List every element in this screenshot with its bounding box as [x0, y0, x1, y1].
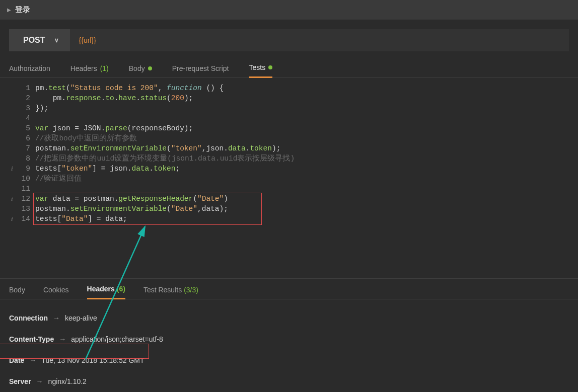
tab-resp-body[interactable]: Body [9, 286, 25, 299]
arrow-icon: → [36, 377, 43, 385]
arrow-icon: → [53, 314, 60, 322]
title-bar: ▶ 登录 [0, 0, 578, 20]
editor-gutter: 1 2 3 4 5 6 7 8 9 10 11 12 13 14 [0, 83, 35, 278]
code-editor[interactable]: 1 2 3 4 5 6 7 8 9 10 11 12 13 14 pm.test… [0, 78, 578, 278]
chevron-down-icon: ∨ [54, 37, 59, 44]
dot-icon [148, 66, 152, 70]
headers-count-badge: (1) [100, 64, 109, 72]
tab-tests[interactable]: Tests [249, 63, 273, 78]
header-row: Date→Tue, 13 Nov 2018 15:18:52 GMT [9, 350, 569, 371]
tab-body[interactable]: Body [129, 64, 152, 77]
header-row: Connection→keep-alive [9, 307, 569, 329]
method-select[interactable]: POST ∨ [9, 29, 70, 51]
tab-prerequest[interactable]: Pre-request Script [172, 64, 229, 77]
header-row: Content-Type→application/json;charset=ut… [9, 329, 569, 350]
request-name: 登录 [15, 5, 30, 15]
arrow-icon: → [29, 356, 36, 364]
editor-code[interactable]: pm.test("Status code is 200", function (… [35, 83, 578, 278]
method-value: POST [23, 36, 45, 45]
tab-resp-testresults[interactable]: Test Results(3/3) [143, 286, 198, 299]
header-row: Server→nginx/1.10.2 [9, 371, 569, 392]
request-tabs: Authorization Headers (1) Body Pre-reque… [0, 51, 578, 78]
request-bar: POST ∨ {{url}} [9, 29, 569, 51]
url-value: {{url}} [79, 36, 96, 44]
url-input[interactable]: {{url}} [70, 29, 569, 51]
response-tabs: Body Cookies Headers(6) Test Results(3/3… [0, 278, 578, 299]
dot-icon [268, 65, 272, 69]
collapse-icon[interactable]: ▶ [7, 7, 11, 13]
arrow-icon: → [59, 335, 66, 343]
tab-headers[interactable]: Headers (1) [70, 64, 109, 77]
response-headers-list: Connection→keep-alive Content-Type→appli… [0, 299, 578, 392]
tab-resp-headers[interactable]: Headers(6) [87, 285, 125, 299]
tab-authorization[interactable]: Authorization [9, 64, 50, 77]
tab-resp-cookies[interactable]: Cookies [43, 286, 69, 299]
